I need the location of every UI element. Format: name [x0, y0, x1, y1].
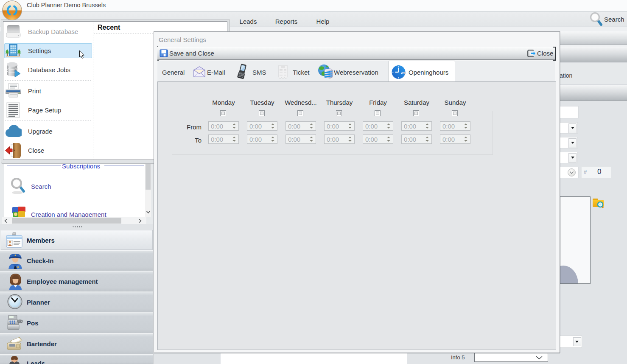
- svg-text:h: h: [404, 72, 406, 75]
